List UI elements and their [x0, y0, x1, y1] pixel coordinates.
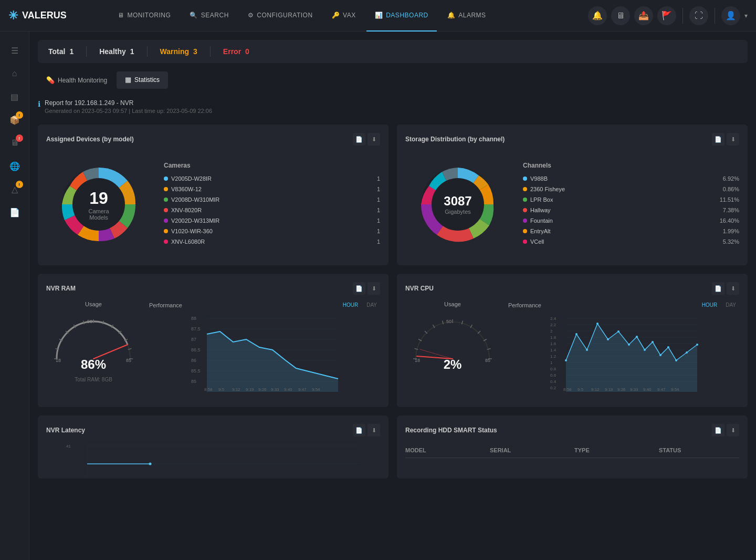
hdd-smart-title: Recording HDD SMART Status	[405, 427, 497, 434]
assigned-devices-chart: 19 Camera Models Cameras V2005D-W28IR 1	[46, 152, 380, 257]
svg-text:88: 88	[191, 316, 196, 321]
nvr-latency-chart: 41	[46, 443, 380, 479]
health-tab-label: Health Monitoring	[58, 77, 107, 84]
svg-text:87: 87	[191, 337, 196, 342]
storage-legend-6: VCell 5.32%	[523, 236, 739, 247]
nvr-cpu-download-btn[interactable]: ⬇	[727, 282, 739, 295]
svg-point-92	[636, 336, 638, 338]
storage-download-btn[interactable]: ⬇	[727, 133, 739, 146]
nav-alarms[interactable]: 🔔 ALARMS	[439, 0, 495, 32]
nvr-ram-day-btn[interactable]: DAY	[363, 301, 380, 309]
svg-text:1.4: 1.4	[550, 348, 556, 352]
tab-health-monitoring[interactable]: 💊 Health Monitoring	[38, 71, 116, 89]
nav-configuration[interactable]: ⚙ CONFIGURATION	[239, 0, 321, 32]
svg-text:0.8: 0.8	[550, 367, 556, 371]
nav-monitoring[interactable]: 🖥 MONITORING	[109, 0, 179, 32]
dashboard-grid-second: NVR RAM 📄 ⬇ Usage	[38, 274, 748, 407]
nav-right-buttons: 🔔 🖥 📤 🚩 ⛶ 👤 ▾	[588, 6, 748, 25]
svg-text:1: 1	[550, 360, 553, 365]
dropdown-icon: ▾	[744, 12, 748, 19]
nvr-cpu-export-btn[interactable]: 📄	[712, 282, 724, 295]
sidebar-item-monitor[interactable]: 🖥 !	[4, 132, 25, 153]
svg-text:9:5: 9:5	[218, 387, 225, 392]
sidebar-item-list[interactable]: ▤	[4, 86, 25, 107]
nvr-ram-download-btn[interactable]: ⬇	[368, 282, 380, 295]
storage-val-5: 1.99%	[718, 228, 739, 234]
storage-count: 3087	[444, 194, 471, 209]
dashboard-grid-top: Assigned Devices (by model) 📄 ⬇	[38, 125, 748, 265]
cameras-legend-title: Cameras	[164, 162, 380, 169]
export-button[interactable]: 📤	[634, 6, 653, 25]
storage-name-2: LPR Box	[530, 196, 718, 203]
nav-dashboard[interactable]: 📊 DASHBOARD	[366, 0, 437, 32]
assigned-devices-sub1: Camera	[88, 208, 109, 214]
cpu-gauge-ticks	[413, 319, 492, 359]
user-button[interactable]: 👤	[721, 6, 740, 25]
notification-button[interactable]: 🔔	[588, 6, 607, 25]
nvr-ram-actions: 📄 ⬇	[353, 282, 380, 295]
nvr-cpu-hour-btn[interactable]: HOUR	[699, 301, 720, 309]
storage-name-1: 2360 Fisheye	[530, 186, 718, 192]
assigned-devices-count: 19	[88, 189, 109, 208]
total-label: Total	[48, 47, 65, 56]
status-divider2	[147, 46, 148, 57]
display-button[interactable]: 🖥	[611, 6, 630, 25]
svg-text:0.4: 0.4	[550, 379, 556, 384]
sidebar-item-storage[interactable]: 📦 !	[4, 109, 25, 130]
hdd-col-type: Type	[574, 447, 655, 453]
sidebar-item-network[interactable]: 🌐	[4, 155, 25, 177]
nvr-latency-export-btn[interactable]: 📄	[353, 424, 365, 437]
legend-name-2: V2008D-W310MIR	[171, 196, 359, 203]
svg-text:18: 18	[415, 358, 420, 363]
svg-text:9:33: 9:33	[630, 387, 638, 392]
assigned-devices-export-btn[interactable]: 📄	[353, 133, 365, 146]
hdd-smart-export-btn[interactable]: 📄	[712, 424, 724, 437]
nvr-cpu-gauge-svg: 18 50 85	[405, 312, 500, 364]
nvr-cpu-perf-title: Performance	[508, 302, 541, 308]
assigned-devices-title: Assigned Devices (by model)	[46, 136, 134, 143]
assigned-devices-legend: Cameras V2005D-W28IR 1 V8360W-12 1	[164, 162, 380, 247]
nvr-cpu-day-btn[interactable]: DAY	[722, 301, 739, 309]
channels-legend-title: Channels	[523, 162, 739, 169]
main-layout: ☰ ⌂ ▤ 📦 ! 🖥 ! 🌐 △ ! 📄 Total 1 Healthy	[0, 32, 756, 560]
nvr-ram-chart-svg: 88 87.5 87 86.5 86 85.5 85	[149, 313, 380, 397]
svg-text:50: 50	[446, 319, 452, 324]
svg-point-99	[696, 344, 698, 346]
nvr-latency-download-btn[interactable]: ⬇	[368, 424, 380, 437]
svg-text:9:33: 9:33	[271, 387, 279, 392]
svg-text:85: 85	[485, 358, 490, 363]
storage-val-4: 16.40%	[718, 217, 739, 224]
assigned-devices-download-btn[interactable]: ⬇	[368, 133, 380, 146]
sidebar-item-home[interactable]: ⌂	[4, 63, 25, 84]
storage-name-0: V988B	[530, 175, 718, 182]
storage-dot-1	[523, 187, 527, 191]
svg-text:9:54: 9:54	[671, 387, 679, 392]
hdd-smart-download-btn[interactable]: ⬇	[727, 424, 739, 437]
storage-dot-4	[523, 219, 527, 223]
svg-text:9:47: 9:47	[298, 387, 307, 392]
nvr-cpu-gauge-section: Usage	[405, 301, 500, 399]
nvr-ram-hour-btn[interactable]: HOUR	[340, 301, 361, 309]
nvr-ram-total: Total RAM: 8GB	[75, 377, 112, 382]
flag-button[interactable]: 🚩	[657, 6, 676, 25]
fullscreen-button[interactable]: ⛶	[689, 6, 708, 25]
legend-name-4: V2002D-W313MIR	[171, 217, 359, 224]
storage-val-0: 6.92%	[718, 175, 739, 182]
tab-statistics[interactable]: ▦ Statistics	[117, 71, 168, 89]
nvr-ram-gauge: 18 50 85 86%	[46, 312, 141, 375]
storage-export-btn[interactable]: 📄	[712, 133, 724, 146]
nav-search[interactable]: 🔍 SEARCH	[181, 0, 237, 32]
nav-vax[interactable]: 🔑 VAX	[323, 0, 364, 32]
hdd-smart-card: Recording HDD SMART Status 📄 ⬇ Model Ser…	[397, 416, 748, 479]
sidebar-item-reports[interactable]: 📄	[4, 202, 25, 223]
nvr-ram-export-btn[interactable]: 📄	[353, 282, 365, 295]
sidebar-item-alerts[interactable]: △ !	[4, 179, 25, 200]
sidebar-item-menu[interactable]: ☰	[4, 40, 25, 61]
nvr-ram-header: NVR RAM 📄 ⬇	[46, 282, 380, 295]
nav-divider	[682, 8, 683, 24]
search-icon: 🔍	[190, 12, 198, 19]
nvr-ram-perf-title: Performance	[149, 302, 182, 308]
error-value: 0	[245, 47, 249, 56]
config-icon: ⚙	[248, 12, 254, 19]
svg-text:85: 85	[191, 379, 196, 384]
